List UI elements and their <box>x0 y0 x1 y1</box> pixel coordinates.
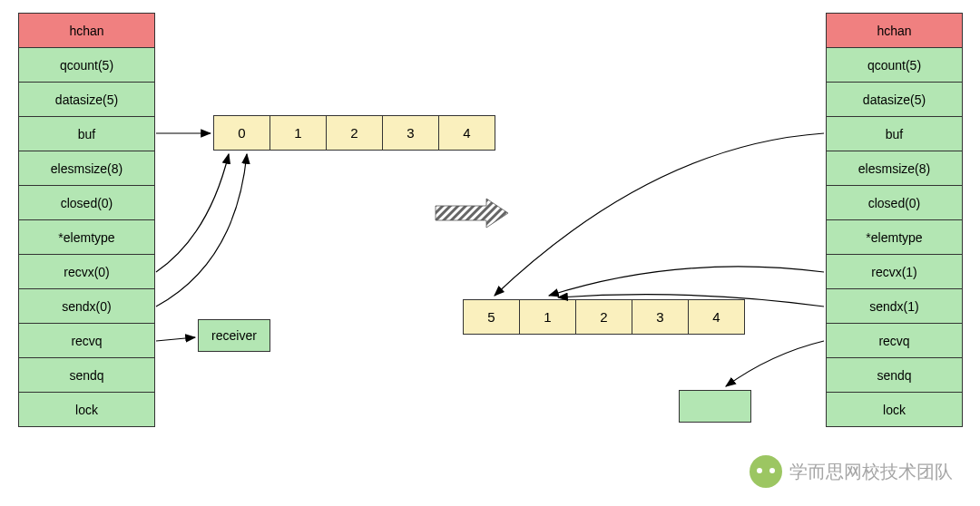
right-buf-cell-0: 5 <box>464 300 520 335</box>
transition-arrow-icon <box>436 199 508 228</box>
arrow-right-recvq-to-receiver <box>726 341 824 386</box>
left-buf-cell-2: 2 <box>327 116 383 151</box>
left-field-recvq: recvq <box>19 324 155 358</box>
arrow-right-buf-to-buf0 <box>495 133 824 296</box>
wechat-icon <box>750 455 782 488</box>
watermark: 学而思网校技术团队 <box>750 455 953 488</box>
right-field-recvq: recvq <box>827 324 963 358</box>
left-buffer-array: 0 1 2 3 4 <box>213 115 495 151</box>
right-field-recvx: recvx(1) <box>827 255 963 289</box>
arrow-left-recvq-to-receiver <box>156 337 195 341</box>
right-field-closed: closed(0) <box>827 186 963 220</box>
left-field-lock: lock <box>19 393 155 427</box>
right-buf-cell-3: 3 <box>632 300 689 335</box>
watermark-text: 学而思网校技术团队 <box>789 460 953 484</box>
receiver-label: receiver <box>211 328 257 343</box>
svg-marker-3 <box>436 199 508 228</box>
arrow-right-recvx-to-buf1 <box>549 267 824 296</box>
right-field-elemtype: *elemtype <box>827 220 963 255</box>
right-struct-header: hchan <box>827 14 963 48</box>
left-buf-cell-4: 4 <box>439 116 495 151</box>
left-field-recvx: recvx(0) <box>19 255 155 289</box>
left-field-sendq: sendq <box>19 358 155 393</box>
right-buf-cell-1: 1 <box>520 300 576 335</box>
left-buf-cell-1: 1 <box>270 116 327 151</box>
right-buffer-array: 5 1 2 3 4 <box>463 299 745 335</box>
right-field-datasize: datasize(5) <box>827 83 963 117</box>
right-receiver-box <box>679 390 751 423</box>
left-field-buf: buf <box>19 117 155 151</box>
left-buf-cell-3: 3 <box>383 116 439 151</box>
left-buf-cell-0: 0 <box>214 116 270 151</box>
right-field-buf: buf <box>827 117 963 151</box>
right-buf-cell-4: 4 <box>689 300 745 335</box>
right-buf-cell-2: 2 <box>576 300 632 335</box>
arrow-left-recvx-to-buf0 <box>156 154 229 272</box>
right-hchan-struct: hchan qcount(5) datasize(5) buf elesmsiz… <box>826 13 963 427</box>
left-field-elemtype: *elemtype <box>19 220 155 255</box>
left-receiver-box: receiver <box>198 319 270 352</box>
left-struct-header: hchan <box>19 14 155 48</box>
left-field-sendx: sendx(0) <box>19 289 155 324</box>
left-field-datasize: datasize(5) <box>19 83 155 117</box>
left-field-closed: closed(0) <box>19 186 155 220</box>
right-field-lock: lock <box>827 393 963 427</box>
left-hchan-struct: hchan qcount(5) datasize(5) buf elesmsiz… <box>18 13 155 427</box>
arrow-left-sendx-to-buf0 <box>156 154 247 307</box>
right-field-qcount: qcount(5) <box>827 48 963 83</box>
left-field-elesmsize: elesmsize(8) <box>19 151 155 186</box>
right-field-sendx: sendx(1) <box>827 289 963 324</box>
right-field-sendq: sendq <box>827 358 963 393</box>
right-field-elesmsize: elesmsize(8) <box>827 151 963 186</box>
left-field-qcount: qcount(5) <box>19 48 155 83</box>
